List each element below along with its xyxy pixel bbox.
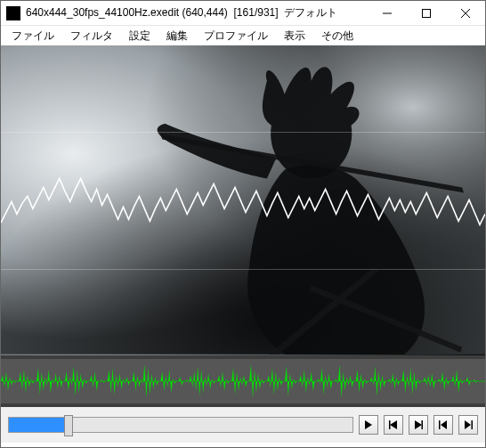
svg-rect-10 [389, 420, 391, 429]
seek-fill [9, 418, 69, 432]
svg-rect-1 [423, 9, 431, 17]
video-preview[interactable] [1, 45, 485, 355]
to-start-button[interactable] [433, 415, 453, 435]
audio-waveform [1, 359, 485, 403]
to-end-icon [464, 420, 473, 429]
menu-view[interactable]: 表示 [277, 27, 312, 45]
menubar: ファイル フィルタ 設定 編集 プロファイル 表示 その他 [1, 26, 485, 45]
seek-slider[interactable] [8, 417, 353, 433]
menu-other[interactable]: その他 [314, 27, 360, 45]
step-forward-icon [414, 420, 423, 429]
to-end-button[interactable] [458, 415, 478, 435]
minimize-button[interactable] [368, 1, 407, 25]
play-icon [364, 420, 373, 429]
maximize-icon [422, 9, 431, 18]
titlebar: 640x444_30fps_44100Hz.exedit (640,444) [… [1, 1, 485, 26]
title-profile: デフォルト [284, 6, 337, 19]
title-frame-pos: [161/931] [234, 6, 279, 19]
close-button[interactable] [446, 1, 485, 25]
svg-rect-16 [472, 420, 474, 429]
menu-filter[interactable]: フィルタ [63, 27, 120, 45]
step-forward-button[interactable] [409, 415, 428, 435]
transport-bar [1, 407, 485, 443]
svg-marker-9 [390, 420, 397, 429]
window-title: 640x444_30fps_44100Hz.exedit (640,444) [… [26, 5, 368, 20]
menu-file[interactable]: ファイル [4, 27, 61, 45]
app-icon [6, 6, 20, 20]
preview-waveform-overlay [1, 45, 485, 354]
audio-waveform-strip[interactable] [1, 355, 485, 407]
step-back-icon [389, 420, 398, 429]
seek-thumb[interactable] [64, 415, 73, 436]
svg-marker-11 [415, 420, 422, 429]
title-filename: 640x444_30fps_44100Hz.exedit [26, 6, 179, 19]
play-button[interactable] [359, 415, 378, 435]
menu-edit[interactable]: 編集 [159, 27, 195, 45]
svg-marker-15 [465, 420, 471, 429]
close-icon [461, 9, 470, 18]
svg-rect-12 [422, 420, 424, 429]
window-controls [368, 1, 485, 25]
svg-marker-8 [365, 420, 372, 429]
maximize-button[interactable] [407, 1, 446, 25]
step-back-button[interactable] [384, 415, 403, 435]
minimize-icon [383, 9, 392, 18]
to-start-icon [439, 420, 448, 429]
menu-settings[interactable]: 設定 [122, 27, 158, 45]
svg-marker-14 [441, 420, 447, 429]
menu-profile[interactable]: プロファイル [197, 27, 275, 45]
title-resolution: (640,444) [182, 6, 227, 19]
svg-rect-13 [439, 420, 441, 429]
